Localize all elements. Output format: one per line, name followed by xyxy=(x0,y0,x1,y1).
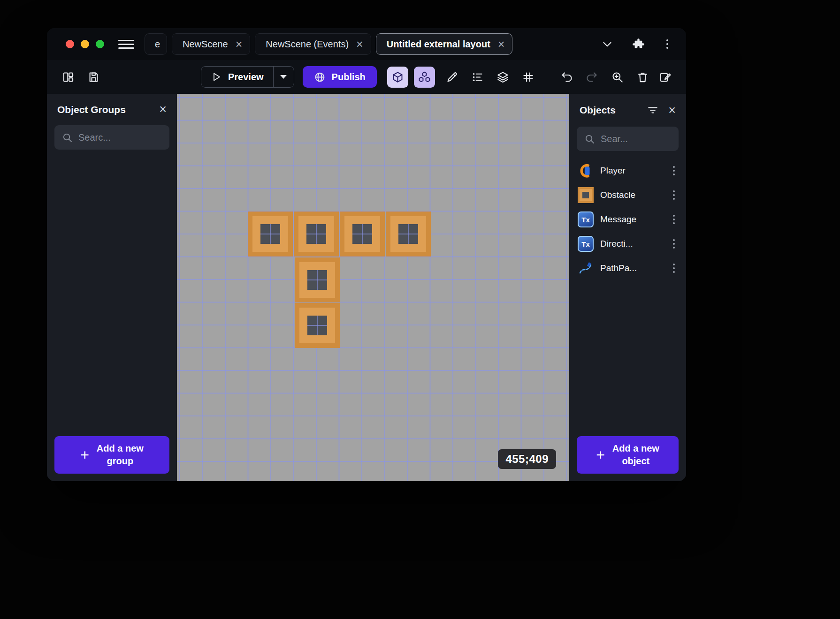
edit-scene-properties-icon[interactable] xyxy=(655,67,675,87)
obstacle-instance[interactable] xyxy=(294,211,339,257)
filter-icon[interactable] xyxy=(646,103,660,117)
instances-list-icon[interactable] xyxy=(414,67,435,88)
objects-panel: Objects × xyxy=(569,94,686,481)
zoom-icon[interactable] xyxy=(608,67,627,87)
app-window: e NewScene × NewScene (Events) × Untitle… xyxy=(47,28,686,481)
objects-title: Objects xyxy=(580,105,616,116)
instructions-list-icon[interactable] xyxy=(468,67,488,87)
main-menu-icon[interactable] xyxy=(118,36,134,52)
close-tab-icon[interactable]: × xyxy=(356,38,363,50)
preview-dropdown-button[interactable] xyxy=(273,67,294,87)
object-options-icon[interactable] xyxy=(667,261,680,276)
object-row-player[interactable]: Player xyxy=(569,159,686,183)
close-panel-icon[interactable]: × xyxy=(159,103,167,116)
objects-list: Player Obstacle Tx Message Tx xyxy=(569,159,686,280)
publish-button[interactable]: Publish xyxy=(303,66,377,88)
redo-icon[interactable] xyxy=(582,67,602,87)
add-object-button[interactable]: + Add a new object xyxy=(577,436,679,474)
zoom-window-button[interactable] xyxy=(96,40,104,48)
object-groups-search[interactable] xyxy=(54,125,169,150)
obstacle-instance[interactable] xyxy=(386,211,431,257)
tab-newscene[interactable]: NewScene × xyxy=(172,33,250,55)
path-object-icon xyxy=(578,260,594,276)
obstacle-instance[interactable] xyxy=(295,257,340,302)
add-group-label-line1: Add a new xyxy=(97,442,144,455)
grid-icon[interactable] xyxy=(519,67,538,87)
text-object-icon: Tx xyxy=(578,211,594,227)
add-group-label-line2: group xyxy=(107,455,134,468)
cursor-coordinates-badge: 455;409 xyxy=(498,449,556,469)
tab-label: NewScene (Events) xyxy=(266,39,349,50)
object-label: Directi... xyxy=(600,239,661,249)
chevron-down-icon[interactable] xyxy=(599,36,616,53)
trash-icon[interactable] xyxy=(633,67,653,87)
tab-untitled-external-layout[interactable]: Untitled external layout × xyxy=(376,33,513,55)
obstacle-instance[interactable] xyxy=(248,211,293,257)
minimize-window-button[interactable] xyxy=(81,40,89,48)
close-tab-icon[interactable]: × xyxy=(498,38,505,50)
object-groups-search-input[interactable] xyxy=(78,132,162,143)
caret-down-icon xyxy=(280,75,287,79)
tab-overflow[interactable]: e xyxy=(145,33,167,55)
layers-icon[interactable] xyxy=(493,67,513,87)
edit-pencil-icon[interactable] xyxy=(443,67,462,87)
open-panels-layout-icon[interactable] xyxy=(58,67,78,87)
tab-bar-actions xyxy=(599,36,674,53)
add-group-button[interactable]: + Add a new group xyxy=(54,436,169,474)
play-icon xyxy=(211,71,222,83)
plus-icon: + xyxy=(80,447,89,462)
tab-label: NewScene xyxy=(183,39,228,50)
object-label: Message xyxy=(600,214,661,225)
object-label: Player xyxy=(600,166,661,176)
obstacle-instance[interactable] xyxy=(340,211,385,257)
toolbar: Preview Publish xyxy=(47,60,686,94)
extensions-puzzle-icon[interactable] xyxy=(630,36,647,53)
object-row-directions[interactable]: Tx Directi... xyxy=(569,232,686,256)
tab-newscene-events[interactable]: NewScene (Events) × xyxy=(255,33,371,55)
object-row-pathpaint[interactable]: PathPa... xyxy=(569,256,686,280)
save-icon[interactable] xyxy=(84,67,103,87)
objects-search[interactable] xyxy=(577,127,679,151)
search-icon xyxy=(62,132,73,143)
preview-label: Preview xyxy=(228,72,264,83)
search-icon xyxy=(584,134,595,144)
close-window-button[interactable] xyxy=(66,40,74,48)
object-groups-panel: Object Groups × + Add a new group xyxy=(47,94,177,481)
more-options-icon[interactable] xyxy=(661,37,674,52)
plus-icon: + xyxy=(596,447,605,462)
preview-button-main[interactable]: Preview xyxy=(201,67,273,87)
scene-canvas[interactable]: 455;409 xyxy=(177,94,569,481)
obstacle-icon xyxy=(578,187,594,203)
tab-bar: e NewScene × NewScene (Events) × Untitle… xyxy=(47,28,686,60)
objects-search-input[interactable] xyxy=(601,134,671,144)
publish-label: Publish xyxy=(332,72,366,83)
object-options-icon[interactable] xyxy=(667,188,680,203)
add-object-label-line2: object xyxy=(622,455,649,468)
object-groups-header: Object Groups × xyxy=(47,94,177,121)
tab-label: Untitled external layout xyxy=(387,39,490,50)
player-icon xyxy=(578,163,594,179)
object-label: PathPa... xyxy=(600,263,661,273)
tab-label: e xyxy=(155,39,160,50)
globe-icon xyxy=(314,71,326,83)
close-panel-icon[interactable]: × xyxy=(668,104,676,117)
desktop-background: e NewScene × NewScene (Events) × Untitle… xyxy=(0,0,840,619)
object-row-obstacle[interactable]: Obstacle xyxy=(569,183,686,207)
close-tab-icon[interactable]: × xyxy=(236,38,243,50)
objects-editor-icon[interactable] xyxy=(387,67,408,88)
object-options-icon[interactable] xyxy=(667,163,680,178)
undo-icon[interactable] xyxy=(557,67,577,87)
object-groups-title: Object Groups xyxy=(57,104,126,115)
window-controls xyxy=(66,40,104,48)
object-label: Obstacle xyxy=(600,190,661,200)
object-options-icon[interactable] xyxy=(667,212,680,227)
main-content: Object Groups × + Add a new group xyxy=(47,94,686,481)
obstacle-instance[interactable] xyxy=(295,303,340,348)
add-object-label-line1: Add a new xyxy=(612,442,659,455)
object-row-message[interactable]: Tx Message xyxy=(569,207,686,232)
object-options-icon[interactable] xyxy=(667,236,680,251)
text-object-icon: Tx xyxy=(578,236,594,252)
preview-button[interactable]: Preview xyxy=(201,66,294,88)
objects-header: Objects × xyxy=(569,94,686,122)
